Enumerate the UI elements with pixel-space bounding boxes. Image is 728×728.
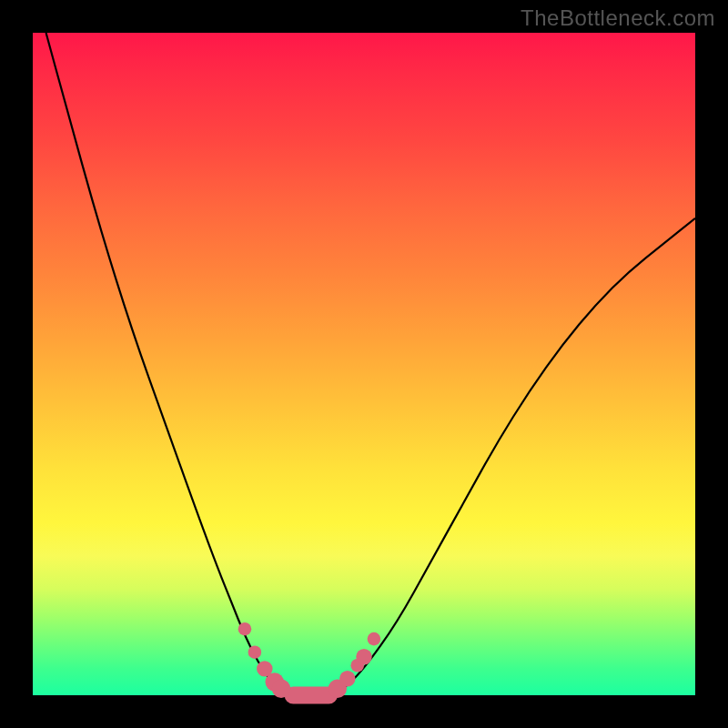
curve-right-branch <box>331 218 695 695</box>
valley-marker <box>368 632 381 646</box>
valley-marker <box>248 645 262 659</box>
valley-marker <box>238 622 252 636</box>
valley-markers <box>238 622 381 698</box>
curve-layer <box>33 33 695 695</box>
valley-marker <box>339 671 355 686</box>
valley-marker <box>356 649 371 664</box>
watermark-text: TheBottleneck.com <box>521 5 715 31</box>
curve-left-branch <box>46 33 291 695</box>
plot-area <box>33 33 695 695</box>
valley-marker <box>272 680 290 698</box>
chart-container: TheBottleneck.com <box>0 0 728 728</box>
